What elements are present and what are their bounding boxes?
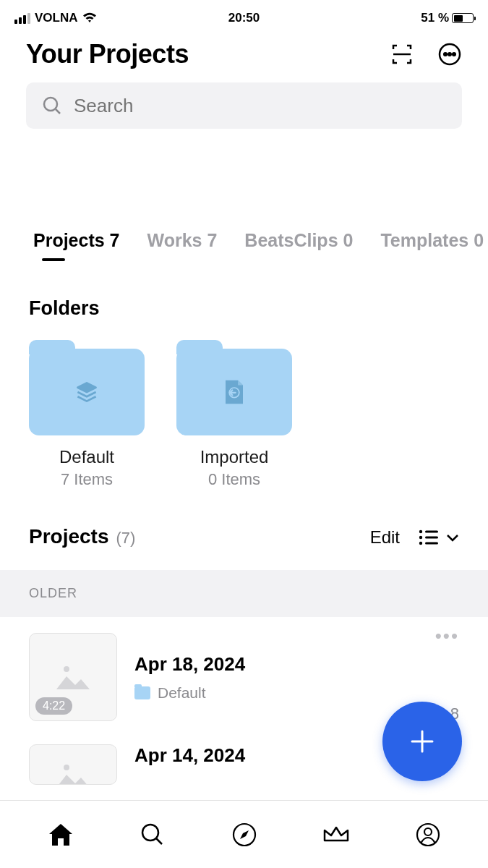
image-placeholder-icon — [53, 760, 93, 785]
svg-rect-7 — [425, 531, 438, 533]
view-toggle-button[interactable] — [419, 529, 459, 545]
more-icon — [437, 42, 462, 67]
section-divider: OLDER — [0, 570, 488, 617]
svg-point-13 — [64, 765, 69, 770]
tab-templates[interactable]: Templates 0 — [380, 230, 484, 261]
section-divider-label: OLDER — [29, 586, 459, 601]
project-folder-label: Default — [158, 684, 206, 702]
folder-default[interactable]: Default 7 Items — [29, 349, 145, 489]
status-bar: VOLNA 20:50 51 % — [0, 0, 488, 29]
nav-home[interactable] — [46, 820, 75, 849]
search-icon — [42, 95, 62, 116]
svg-point-1 — [444, 53, 447, 56]
project-thumbnail: 4:22 — [29, 633, 117, 721]
crown-icon — [322, 823, 351, 846]
page-title: Your Projects — [26, 39, 189, 69]
project-date: Apr 18, 2024 — [134, 653, 418, 676]
folders-row: Default 7 Items Imported 0 Items — [0, 349, 488, 489]
svg-point-14 — [142, 825, 158, 841]
compass-icon — [231, 822, 257, 848]
svg-point-6 — [419, 530, 422, 533]
battery-icon — [452, 13, 474, 23]
svg-point-4 — [44, 98, 57, 111]
nav-search[interactable] — [138, 820, 167, 849]
stack-icon — [74, 379, 100, 405]
projects-count: (7) — [116, 529, 136, 548]
project-info: Apr 18, 2024 Default — [134, 653, 418, 702]
scan-icon — [390, 43, 414, 66]
tab-beatsclips[interactable]: BeatsClips 0 — [244, 230, 353, 261]
list-view-icon — [419, 529, 439, 545]
image-placeholder-icon — [53, 662, 93, 692]
carrier-label: VOLNA — [35, 11, 78, 25]
svg-point-3 — [453, 53, 455, 56]
search-icon — [140, 822, 165, 847]
folder-icon — [29, 349, 145, 435]
projects-label: Projects — [29, 525, 109, 548]
projects-header: Projects (7) Edit — [0, 525, 488, 548]
folders-title: Folders — [0, 297, 488, 320]
svg-point-17 — [424, 828, 432, 835]
svg-point-2 — [448, 53, 451, 56]
svg-point-10 — [419, 542, 422, 545]
plus-icon — [406, 726, 438, 757]
tabs: Projects 7 Works 7 BeatsClips 0 Template… — [0, 230, 488, 261]
import-file-icon — [221, 379, 247, 405]
project-thumbnail — [29, 744, 117, 785]
wifi-icon — [82, 12, 97, 24]
edit-button[interactable]: Edit — [370, 527, 400, 548]
nav-premium[interactable] — [322, 820, 351, 849]
home-icon — [48, 822, 74, 847]
page-header: Your Projects — [0, 29, 488, 80]
nav-profile[interactable] — [414, 820, 442, 849]
signal-icon — [14, 13, 30, 24]
folder-icon — [176, 349, 292, 435]
svg-rect-11 — [425, 542, 438, 545]
folder-name: Default — [59, 447, 114, 467]
folder-items-count: 0 Items — [208, 470, 260, 489]
add-project-fab[interactable] — [382, 702, 462, 781]
chevron-down-icon — [446, 533, 459, 542]
nav-explore[interactable] — [230, 820, 259, 849]
more-button[interactable] — [437, 42, 462, 67]
battery-percent: 51 % — [421, 11, 449, 25]
profile-icon — [415, 822, 441, 848]
search-input[interactable] — [74, 95, 446, 117]
status-right: 51 % — [421, 11, 474, 25]
svg-point-12 — [64, 666, 69, 672]
svg-point-8 — [419, 536, 422, 539]
scan-button[interactable] — [390, 42, 414, 67]
mini-folder-icon — [134, 686, 150, 699]
tab-projects[interactable]: Projects 7 — [33, 230, 120, 261]
folder-imported[interactable]: Imported 0 Items — [176, 349, 292, 489]
status-left: VOLNA — [14, 11, 97, 25]
bottom-nav — [0, 800, 488, 868]
svg-rect-9 — [425, 537, 438, 539]
project-info: Apr 14, 2024 — [134, 744, 418, 767]
tab-works[interactable]: Works 7 — [147, 230, 218, 261]
status-time: 20:50 — [228, 11, 260, 25]
folder-items-count: 7 Items — [61, 470, 113, 489]
folder-name: Imported — [200, 447, 269, 467]
duration-badge: 4:22 — [35, 697, 72, 715]
project-folder-row: Default — [134, 684, 418, 702]
project-date: Apr 14, 2024 — [134, 744, 418, 767]
search-bar[interactable] — [26, 82, 462, 129]
